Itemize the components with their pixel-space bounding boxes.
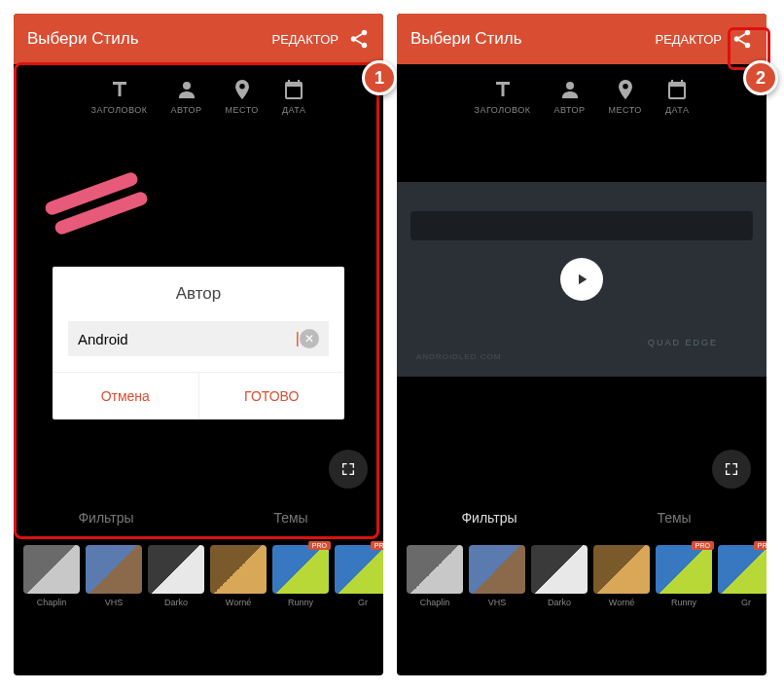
filter-thumb [210, 545, 267, 594]
fullscreen-button[interactable] [712, 450, 751, 489]
location-icon [231, 78, 254, 101]
filter-thumb [272, 545, 329, 594]
watermark-url: ANDROIDLED.COM [416, 352, 501, 361]
filter-gr[interactable]: GrPRO [718, 545, 766, 607]
person-icon [175, 78, 198, 101]
filter-strip[interactable]: ChaplinVHSDarkoWornéRunnyPROGrPRO [397, 537, 766, 615]
pro-badge: PRO [754, 541, 766, 550]
tab-filters[interactable]: Фильтры [14, 498, 198, 537]
tool-label: ДАТА [665, 105, 690, 115]
tab-filters[interactable]: Фильтры [397, 498, 582, 537]
pro-badge: PRO [308, 541, 331, 550]
marker-1: 1 [362, 60, 397, 95]
tab-themes[interactable]: Темы [582, 498, 766, 537]
tool-place[interactable]: МЕСТО [226, 78, 259, 115]
header: Выбери Стиль РЕДАКТОР [397, 14, 766, 64]
preview-image [33, 158, 169, 245]
filter-chaplin[interactable]: Chaplin [23, 545, 80, 607]
tool-label: ЗАГОЛОВОК [91, 105, 148, 115]
tool-author[interactable]: АВТОР [171, 78, 202, 115]
editor-label[interactable]: РЕДАКТОР [271, 32, 339, 47]
tool-author[interactable]: АВТОР [554, 78, 586, 115]
phone-left: Выбери Стиль РЕДАКТОР ЗАГОЛОВОК АВТОР МЕ… [14, 14, 383, 675]
filter-thumb [531, 545, 588, 594]
filter-darko[interactable]: Darko [148, 545, 204, 607]
calendar-icon [665, 78, 689, 101]
page-title: Выбери Стиль [27, 29, 139, 49]
dialog-buttons: Отмена ГОТОВО [53, 372, 344, 419]
page-title: Выбери Стиль [410, 29, 522, 49]
filter-thumb [593, 545, 650, 594]
device-frame [410, 211, 753, 240]
tool-date[interactable]: ДАТА [665, 78, 690, 115]
author-input[interactable] [78, 331, 296, 347]
svg-point-0 [362, 30, 368, 35]
location-icon [614, 78, 637, 101]
title-icon [108, 78, 131, 101]
tabs: Фильтры Темы [14, 498, 383, 537]
tab-themes[interactable]: Темы [198, 498, 383, 537]
filter-chaplin[interactable]: Chaplin [407, 545, 463, 607]
svg-point-6 [745, 30, 751, 35]
share-icon[interactable] [731, 28, 753, 50]
svg-point-2 [362, 43, 368, 48]
tool-label: МЕСТО [609, 105, 642, 115]
author-dialog: Автор | ✕ Отмена ГОТОВО [53, 267, 344, 419]
fullscreen-button[interactable] [329, 450, 368, 489]
preview-area: QUAD EDGE ANDROIDLED.COM [397, 128, 766, 430]
svg-point-7 [734, 36, 740, 42]
dialog-title: Автор [53, 267, 344, 321]
marker-2: 2 [743, 60, 778, 95]
fullscreen-icon [724, 461, 739, 477]
tool-label: ЗАГОЛОВОК [475, 105, 531, 115]
calendar-icon [282, 78, 305, 101]
person-icon [558, 78, 582, 101]
toolbar: ЗАГОЛОВОК АВТОР МЕСТО ДАТА [14, 64, 383, 128]
filter-label: Gr [358, 598, 368, 607]
editor-label[interactable]: РЕДАКТОР [655, 32, 722, 47]
tool-place[interactable]: МЕСТО [609, 78, 642, 115]
dialog-input-wrap: | ✕ [68, 321, 329, 356]
toolbar: ЗАГОЛОВОК АВТОР МЕСТО ДАТА [397, 64, 766, 128]
filter-thumb [469, 545, 525, 594]
filter-label: VHS [488, 598, 507, 607]
filter-thumb [86, 545, 142, 594]
filter-runny[interactable]: RunnyPRO [272, 545, 329, 607]
filter-label: Chaplin [37, 598, 67, 607]
filter-thumb [656, 545, 712, 594]
tool-label: МЕСТО [226, 105, 259, 115]
filter-vhs[interactable]: VHS [469, 545, 525, 607]
filter-gr[interactable]: GrPRO [335, 545, 383, 607]
header: Выбери Стиль РЕДАКТОР [14, 14, 383, 64]
play-icon [573, 271, 590, 288]
pro-badge: PRO [371, 541, 383, 550]
play-button[interactable] [560, 258, 603, 301]
cancel-button[interactable]: Отмена [53, 373, 199, 419]
filter-darko[interactable]: Darko [531, 545, 588, 607]
filter-label: Worné [609, 598, 634, 607]
done-button[interactable]: ГОТОВО [199, 373, 345, 419]
svg-point-1 [351, 36, 357, 42]
filter-worné[interactable]: Worné [210, 545, 267, 607]
filter-strip[interactable]: ChaplinVHSDarkoWornéRunnyPROGrPRO [14, 537, 383, 615]
tool-title[interactable]: ЗАГОЛОВОК [91, 78, 148, 115]
share-icon[interactable] [348, 28, 370, 50]
svg-point-9 [566, 82, 574, 90]
filter-worné[interactable]: Worné [593, 545, 650, 607]
filter-label: VHS [105, 598, 124, 607]
pro-badge: PRO [692, 541, 714, 550]
filter-label: Runny [671, 598, 696, 607]
video-preview[interactable]: QUAD EDGE ANDROIDLED.COM [397, 182, 766, 377]
phone-right: Выбери Стиль РЕДАКТОР ЗАГОЛОВОК АВТОР МЕ… [397, 14, 766, 675]
filter-label: Gr [741, 598, 751, 607]
filter-label: Worné [226, 598, 251, 607]
filter-vhs[interactable]: VHS [86, 545, 142, 607]
tool-date[interactable]: ДАТА [282, 78, 306, 115]
filter-thumb [335, 545, 383, 594]
tool-title[interactable]: ЗАГОЛОВОК [475, 78, 531, 115]
filter-runny[interactable]: RunnyPRO [656, 545, 712, 607]
tool-label: АВТОР [554, 105, 586, 115]
filter-thumb [718, 545, 766, 594]
clear-icon[interactable]: ✕ [300, 329, 319, 348]
filter-label: Darko [548, 598, 571, 607]
